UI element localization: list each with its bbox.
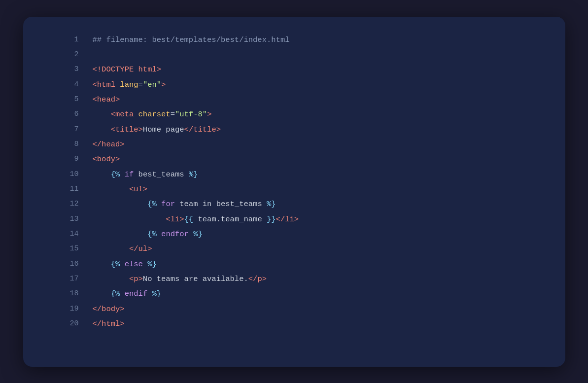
- line-number: 3: [43, 62, 93, 77]
- code-content: </head>: [93, 137, 546, 152]
- line-number: 20: [43, 316, 93, 331]
- tag-token: <li>: [166, 215, 184, 224]
- punct-token: }: [157, 289, 161, 298]
- code-content: <p>No teams are available.</p>: [93, 272, 546, 286]
- code-content: </ul>: [93, 242, 546, 256]
- punct-token: }}: [267, 215, 276, 224]
- code-line: 11 <ul>: [43, 182, 546, 197]
- tag-token: >: [207, 110, 211, 119]
- code-content: {% for team in best_teams %}: [93, 197, 546, 211]
- text-token: [93, 185, 129, 194]
- punct-token: %: [152, 289, 157, 298]
- punct-token: {{: [184, 215, 194, 224]
- code-line: 20</html>: [43, 316, 546, 331]
- punct-token: {: [111, 260, 115, 269]
- code-content: {% else %}: [93, 257, 546, 272]
- val-token: "en": [143, 80, 161, 89]
- text-token: [93, 230, 148, 239]
- code-content: <ul>: [93, 182, 546, 197]
- text-token: team.team_name: [193, 215, 267, 224]
- code-content: <head>: [93, 92, 546, 107]
- keyword-token: else: [125, 260, 143, 269]
- punct-token: %: [115, 260, 120, 269]
- text-token: =: [171, 110, 175, 119]
- line-number: 16: [43, 257, 93, 272]
- text-token: [120, 289, 124, 298]
- tag-token: </li>: [276, 215, 299, 224]
- punct-token: %: [267, 200, 271, 209]
- text-token: =: [138, 80, 143, 89]
- code-line: 1## filename: best/templates/best/index.…: [43, 33, 546, 47]
- code-window: 1## filename: best/templates/best/index.…: [23, 17, 565, 367]
- val-token: "utf-8": [175, 110, 207, 119]
- text-token: [93, 260, 111, 269]
- text-token: [93, 110, 111, 119]
- text-token: [93, 275, 129, 283]
- tag-token: </head>: [93, 140, 125, 149]
- code-content: {% endif %}: [93, 286, 546, 301]
- punct-token: %: [189, 170, 193, 179]
- code-content: {% endfor %}: [93, 227, 546, 242]
- punct-token: %: [193, 230, 198, 239]
- text-token: [143, 260, 147, 269]
- text-token: [115, 80, 120, 89]
- code-line: 7 <title>Home page</title>: [43, 122, 546, 137]
- keyword-token: if: [125, 170, 134, 179]
- code-content: </html>: [93, 316, 546, 331]
- tag-token: <html: [93, 80, 116, 89]
- line-number: 19: [43, 302, 93, 316]
- keyword-token: for: [161, 200, 175, 209]
- code-line: 16 {% else %}: [43, 257, 546, 272]
- code-line: 2: [43, 47, 546, 62]
- tag-token: </html>: [93, 319, 125, 328]
- code-content: [93, 47, 546, 62]
- punct-token: %: [115, 289, 120, 298]
- tag-token: <head>: [93, 95, 120, 104]
- code-line: 6 <meta charset="utf-8">: [43, 107, 546, 122]
- punct-token: {: [111, 170, 115, 179]
- code-line: 4<html lang="en">: [43, 77, 546, 92]
- tag-token: <ul>: [129, 185, 147, 194]
- tag-token: <meta: [111, 110, 134, 119]
- line-number: 13: [43, 212, 93, 227]
- code-line: 10 {% if best_teams %}: [43, 167, 546, 182]
- tag-token: </ul>: [129, 244, 152, 253]
- code-line: 19</body>: [43, 302, 546, 316]
- line-number: 9: [43, 152, 93, 167]
- code-content: <meta charset="utf-8">: [93, 107, 546, 122]
- tag-token: <!DOCTYPE html>: [93, 65, 162, 74]
- punct-token: }: [271, 200, 276, 209]
- text-token: [134, 110, 138, 119]
- tag-token: >: [161, 80, 166, 89]
- code-content: <!DOCTYPE html>: [93, 62, 546, 77]
- text-token: [93, 125, 111, 134]
- text-token: team in best_teams: [175, 200, 267, 209]
- code-line: 13 <li>{{ team.team_name }}</li>: [43, 212, 546, 227]
- code-content: <body>: [93, 152, 546, 167]
- punct-token: %: [115, 170, 120, 179]
- attr-token: lang: [120, 80, 138, 89]
- code-content: {% if best_teams %}: [93, 167, 546, 182]
- code-line: 5<head>: [43, 92, 546, 107]
- line-number: 15: [43, 242, 93, 256]
- code-content: </body>: [93, 302, 546, 316]
- code-content: <li>{{ team.team_name }}</li>: [93, 212, 546, 227]
- line-number: 6: [43, 107, 93, 122]
- punct-token: }: [152, 260, 157, 269]
- line-number: 5: [43, 92, 93, 107]
- keyword-token: endif: [125, 289, 148, 298]
- text-token: [93, 289, 111, 298]
- line-number: 14: [43, 227, 93, 242]
- punct-token: %: [152, 200, 156, 209]
- text-token: [93, 215, 166, 224]
- code-line: 9<body>: [43, 152, 546, 167]
- tag-token: </title>: [184, 125, 221, 134]
- punct-token: }: [193, 170, 198, 179]
- code-content: <html lang="en">: [93, 77, 546, 92]
- punct-token: {: [111, 289, 115, 298]
- text-token: [157, 230, 161, 239]
- line-number: 7: [43, 122, 93, 137]
- line-number: 11: [43, 182, 93, 197]
- text-token: Home page: [143, 125, 184, 134]
- code-line: 14 {% endfor %}: [43, 227, 546, 242]
